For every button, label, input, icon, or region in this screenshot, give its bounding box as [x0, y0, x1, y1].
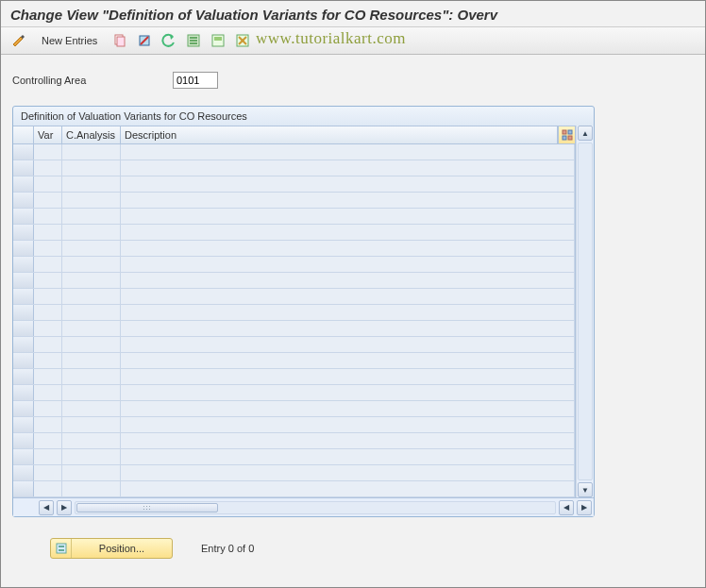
cell-canalysis[interactable]: [62, 321, 121, 336]
cell-var[interactable]: [34, 144, 62, 160]
cell-var[interactable]: [34, 257, 62, 272]
row-selector[interactable]: [13, 401, 34, 416]
cell-description[interactable]: [121, 305, 575, 320]
select-all-icon[interactable]: [183, 30, 204, 51]
controlling-area-input[interactable]: [173, 72, 218, 89]
cell-canalysis[interactable]: [62, 225, 121, 240]
cell-canalysis[interactable]: [62, 144, 121, 160]
row-selector[interactable]: [13, 193, 34, 208]
row-selector[interactable]: [13, 481, 34, 496]
cell-description[interactable]: [121, 321, 575, 336]
row-selector[interactable]: [13, 225, 34, 240]
cell-description[interactable]: [121, 465, 575, 480]
cell-canalysis[interactable]: [62, 465, 121, 480]
cell-description[interactable]: [121, 176, 575, 192]
cell-description[interactable]: [121, 433, 575, 448]
cell-var[interactable]: [34, 481, 62, 496]
cell-description[interactable]: [121, 449, 575, 464]
copy-as-icon[interactable]: [109, 30, 130, 51]
cell-var[interactable]: [34, 433, 62, 448]
row-selector[interactable]: [13, 257, 34, 272]
cell-description[interactable]: [121, 289, 575, 304]
cell-canalysis[interactable]: [62, 193, 121, 208]
cell-var[interactable]: [34, 369, 62, 384]
scroll-right-last-icon[interactable]: ▶: [577, 500, 592, 515]
cell-var[interactable]: [34, 289, 62, 304]
position-button[interactable]: Position...: [50, 538, 173, 559]
row-selector[interactable]: [13, 289, 34, 304]
cell-description[interactable]: [121, 273, 575, 288]
scroll-left-first-icon[interactable]: ◀: [39, 500, 54, 515]
row-selector[interactable]: [13, 160, 34, 176]
row-selector[interactable]: [13, 417, 34, 432]
column-description[interactable]: Description: [121, 126, 558, 143]
column-canalysis[interactable]: C.Analysis: [62, 126, 121, 143]
undo-icon[interactable]: [159, 30, 179, 51]
cell-canalysis[interactable]: [62, 273, 121, 288]
cell-var[interactable]: [34, 321, 62, 336]
row-selector[interactable]: [13, 241, 34, 256]
cell-var[interactable]: [34, 176, 62, 192]
cell-canalysis[interactable]: [62, 241, 121, 256]
cell-var[interactable]: [34, 241, 62, 256]
cell-var[interactable]: [34, 385, 62, 400]
cell-var[interactable]: [34, 337, 62, 352]
cell-description[interactable]: [121, 353, 575, 368]
scroll-down-icon[interactable]: ▼: [578, 482, 593, 497]
horizontal-scrollbar[interactable]: ◀ ▶ ::: ◀ ▶: [13, 497, 594, 516]
cell-description[interactable]: [121, 144, 575, 160]
cell-canalysis[interactable]: [62, 417, 121, 432]
cell-description[interactable]: [121, 241, 575, 256]
row-selector[interactable]: [13, 369, 34, 384]
scroll-track-vertical[interactable]: [578, 143, 593, 480]
cell-canalysis[interactable]: [62, 433, 121, 448]
cell-var[interactable]: [34, 353, 62, 368]
cell-canalysis[interactable]: [62, 257, 121, 272]
column-selector[interactable]: [13, 126, 34, 143]
cell-var[interactable]: [34, 160, 62, 176]
scroll-left-icon[interactable]: ▶: [57, 500, 72, 515]
scroll-up-icon[interactable]: ▲: [578, 126, 593, 141]
scroll-track-horizontal[interactable]: :::: [75, 501, 556, 514]
cell-canalysis[interactable]: [62, 305, 121, 320]
select-block-icon[interactable]: [208, 30, 228, 51]
scroll-right-icon[interactable]: ◀: [559, 500, 574, 515]
new-entries-button[interactable]: New Entries: [33, 30, 106, 51]
vertical-scrollbar[interactable]: ▲ ▼: [576, 126, 594, 497]
cell-canalysis[interactable]: [62, 449, 121, 464]
cell-var[interactable]: [34, 465, 62, 480]
cell-var[interactable]: [34, 209, 62, 224]
cell-canalysis[interactable]: [62, 289, 121, 304]
row-selector[interactable]: [13, 353, 34, 368]
row-selector[interactable]: [13, 465, 34, 480]
toggle-change-icon[interactable]: [8, 30, 29, 51]
row-selector[interactable]: [13, 209, 34, 224]
cell-description[interactable]: [121, 401, 575, 416]
cell-canalysis[interactable]: [62, 160, 121, 176]
cell-description[interactable]: [121, 337, 575, 352]
row-selector[interactable]: [13, 337, 34, 352]
cell-canalysis[interactable]: [62, 353, 121, 368]
cell-canalysis[interactable]: [62, 369, 121, 384]
cell-canalysis[interactable]: [62, 176, 121, 192]
configure-columns-icon[interactable]: [558, 126, 575, 143]
cell-description[interactable]: [121, 481, 575, 496]
row-selector[interactable]: [13, 305, 34, 320]
cell-description[interactable]: [121, 160, 575, 176]
delete-icon[interactable]: [134, 30, 155, 51]
cell-description[interactable]: [121, 193, 575, 208]
cell-var[interactable]: [34, 449, 62, 464]
cell-description[interactable]: [121, 369, 575, 384]
cell-var[interactable]: [34, 193, 62, 208]
cell-description[interactable]: [121, 257, 575, 272]
cell-canalysis[interactable]: [62, 385, 121, 400]
column-var[interactable]: Var: [34, 126, 62, 143]
cell-canalysis[interactable]: [62, 337, 121, 352]
cell-description[interactable]: [121, 209, 575, 224]
cell-var[interactable]: [34, 417, 62, 432]
row-selector[interactable]: [13, 433, 34, 448]
scroll-thumb-horizontal[interactable]: :::: [76, 503, 218, 512]
cell-var[interactable]: [34, 401, 62, 416]
cell-var[interactable]: [34, 225, 62, 240]
row-selector[interactable]: [13, 385, 34, 400]
